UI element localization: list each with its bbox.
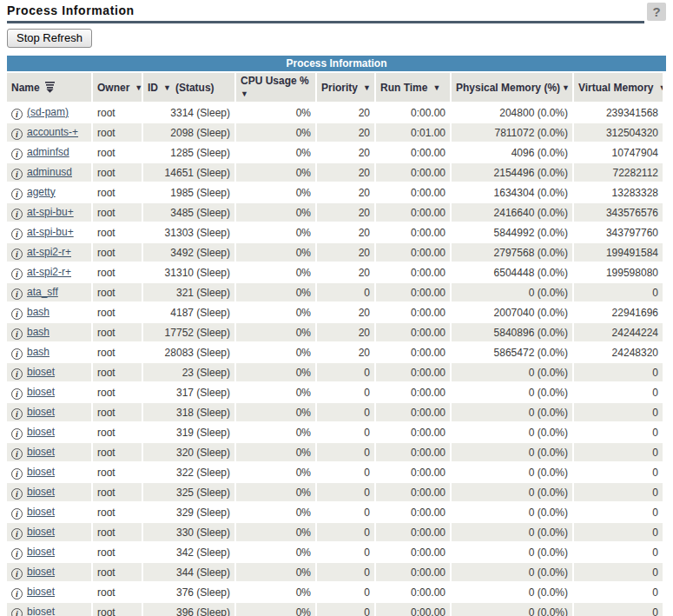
sort-dropdown-icon[interactable]: ▼ bbox=[432, 82, 440, 94]
sort-active-icon[interactable] bbox=[44, 81, 56, 93]
id-status-cell: 1985 (Sleep) bbox=[143, 183, 234, 202]
owner-cell: root bbox=[93, 483, 142, 501]
sort-dropdown-icon[interactable]: ▼ bbox=[658, 82, 663, 94]
physical-memory-cell: 2154496 (0.0%) bbox=[452, 163, 572, 182]
process-name-link[interactable]: bash bbox=[27, 306, 49, 318]
info-icon[interactable]: i bbox=[11, 488, 23, 500]
process-name-link[interactable]: adminfsd bbox=[27, 146, 69, 158]
sort-dropdown-icon[interactable]: ▼ bbox=[241, 88, 311, 100]
process-name-link[interactable]: at-spi2-r+ bbox=[27, 266, 71, 278]
help-icon[interactable]: ? bbox=[647, 3, 666, 21]
process-name-link[interactable]: bash bbox=[27, 326, 49, 338]
info-icon[interactable]: i bbox=[11, 468, 23, 480]
info-icon[interactable]: i bbox=[11, 149, 23, 160]
info-icon[interactable]: i bbox=[11, 229, 23, 240]
id-status-cell: 14651 (Sleep) bbox=[143, 163, 234, 182]
info-icon[interactable]: i bbox=[11, 548, 23, 560]
process-name-link[interactable]: bioset bbox=[27, 366, 55, 378]
process-name-link[interactable]: bioset bbox=[27, 606, 55, 616]
process-name-link[interactable]: bioset bbox=[27, 506, 55, 518]
info-icon[interactable]: i bbox=[11, 109, 23, 120]
column-header-cpu-usage: CPU Usage %▼ bbox=[236, 73, 315, 102]
run-time-cell: 0:00.00 bbox=[376, 583, 450, 601]
info-icon[interactable]: i bbox=[11, 508, 23, 520]
process-name-link[interactable]: ata_sff bbox=[27, 286, 58, 298]
process-name-link[interactable]: (sd-pam) bbox=[27, 106, 69, 118]
virtual-memory-cell: 0 bbox=[574, 583, 663, 601]
info-icon-glyph: i bbox=[16, 309, 18, 319]
sort-dropdown-icon[interactable]: ▼ bbox=[363, 82, 371, 94]
run-time-cell: 0:00.00 bbox=[376, 203, 450, 222]
process-name-link[interactable]: at-spi-bu+ bbox=[27, 206, 74, 218]
info-icon[interactable]: i bbox=[11, 588, 23, 599]
info-icon-glyph: i bbox=[16, 109, 18, 119]
physical-memory-cell: 0 (0.0%) bbox=[452, 603, 572, 616]
info-icon[interactable]: i bbox=[11, 428, 23, 440]
process-name-cell: ibioset bbox=[7, 563, 91, 581]
table-row: ibioset root 330 (Sleep) 0% 0 0:00.00 0 … bbox=[7, 523, 663, 541]
info-icon[interactable]: i bbox=[11, 308, 23, 320]
page: Process Information ? Stop Refresh Proce… bbox=[0, 0, 673, 616]
column-header-virtual-memory: Virtual Memory▼ bbox=[574, 73, 663, 102]
info-icon[interactable]: i bbox=[11, 448, 23, 460]
process-name-link[interactable]: bioset bbox=[27, 426, 55, 438]
stop-refresh-button[interactable]: Stop Refresh bbox=[7, 29, 92, 48]
id-status-cell: 318 (Sleep) bbox=[143, 403, 234, 421]
priority-cell: 20 bbox=[317, 303, 374, 321]
cpu-usage-cell: 0% bbox=[236, 103, 315, 122]
process-name-link[interactable]: bioset bbox=[27, 486, 55, 498]
info-icon[interactable]: i bbox=[11, 288, 23, 300]
process-name-link[interactable]: agetty bbox=[27, 186, 56, 198]
cpu-usage-cell: 0% bbox=[236, 383, 315, 401]
process-name-link[interactable]: bioset bbox=[27, 446, 55, 458]
sort-dropdown-icon[interactable]: ▼ bbox=[562, 82, 570, 94]
run-time-cell: 0:00.00 bbox=[376, 383, 450, 401]
process-name-link[interactable]: bioset bbox=[27, 526, 55, 538]
id-status-cell: 2098 (Sleep) bbox=[143, 123, 234, 142]
process-name-cell: iat-spi2-r+ bbox=[7, 243, 91, 262]
column-label: CPU Usage % bbox=[241, 75, 309, 87]
info-icon[interactable]: i bbox=[11, 169, 23, 180]
process-name-link[interactable]: at-spi2-r+ bbox=[27, 246, 71, 258]
info-icon[interactable]: i bbox=[11, 209, 23, 220]
info-icon[interactable]: i bbox=[11, 248, 23, 260]
process-name-link[interactable]: bioset bbox=[27, 566, 55, 578]
info-icon[interactable]: i bbox=[11, 388, 23, 400]
process-name-link[interactable]: bioset bbox=[27, 546, 55, 558]
info-icon[interactable]: i bbox=[11, 568, 23, 580]
process-name-link[interactable]: adminusd bbox=[27, 166, 72, 178]
info-icon[interactable]: i bbox=[11, 129, 23, 140]
process-name-link[interactable]: at-spi-bu+ bbox=[27, 226, 74, 238]
priority-cell: 0 bbox=[317, 583, 374, 601]
sort-dropdown-icon[interactable]: ▼ bbox=[135, 82, 142, 94]
process-name-link[interactable]: bash bbox=[27, 346, 49, 358]
owner-cell: root bbox=[93, 563, 142, 581]
info-icon[interactable]: i bbox=[11, 348, 23, 360]
owner-cell: root bbox=[93, 323, 142, 341]
process-name-link[interactable]: accounts-+ bbox=[27, 126, 78, 138]
info-icon[interactable]: i bbox=[11, 268, 23, 280]
owner-cell: root bbox=[93, 203, 142, 222]
priority-cell: 20 bbox=[317, 123, 374, 142]
run-time-cell: 0:00.00 bbox=[376, 303, 450, 321]
info-icon[interactable]: i bbox=[11, 328, 23, 340]
table-row: i(sd-pam) root 3314 (Sleep) 0% 20 0:00.0… bbox=[7, 103, 663, 122]
owner-cell: root bbox=[93, 583, 142, 601]
id-status-cell: 17752 (Sleep) bbox=[143, 323, 234, 341]
info-icon[interactable]: i bbox=[11, 189, 23, 200]
info-icon[interactable]: i bbox=[11, 608, 23, 616]
physical-memory-cell: 0 (0.0%) bbox=[452, 583, 572, 601]
process-name-cell: iagetty bbox=[7, 183, 91, 202]
table-row: ibioset root 396 (Sleep) 0% 0 0:00.00 0 … bbox=[7, 603, 663, 616]
process-name-link[interactable]: bioset bbox=[27, 466, 55, 478]
process-name-link[interactable]: bioset bbox=[27, 386, 55, 398]
process-name-link[interactable]: bioset bbox=[27, 406, 55, 418]
process-name-link[interactable]: bioset bbox=[27, 586, 55, 598]
info-icon[interactable]: i bbox=[11, 528, 23, 540]
cpu-usage-cell: 0% bbox=[236, 163, 315, 182]
column-header-owner: Owner▼ bbox=[93, 73, 142, 102]
info-icon[interactable]: i bbox=[11, 368, 23, 380]
sort-dropdown-icon[interactable]: ▼ bbox=[163, 82, 171, 94]
info-icon[interactable]: i bbox=[11, 408, 23, 420]
table-row: iaccounts-+ root 2098 (Sleep) 0% 20 0:01… bbox=[7, 123, 663, 142]
